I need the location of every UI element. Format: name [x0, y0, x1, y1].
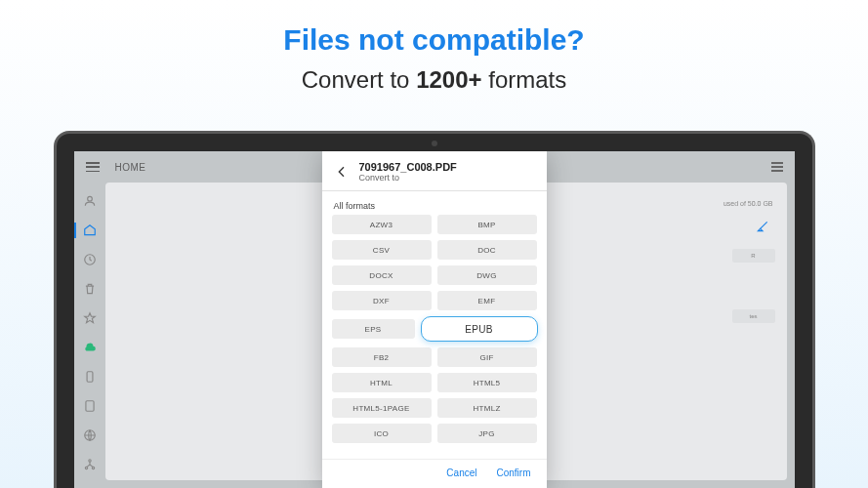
format-chip[interactable]: HTMLZ [437, 398, 537, 418]
headline-title: Files not compatible? [0, 23, 868, 57]
modal-filename: 7091967_C008.PDF [359, 161, 457, 173]
format-chip[interactable]: HTML [332, 373, 432, 392]
format-chip[interactable]: DWG [437, 265, 537, 285]
confirm-button[interactable]: Confirm [496, 468, 530, 478]
format-chip[interactable]: EPS [332, 319, 415, 339]
format-chip[interactable]: EMF [437, 291, 537, 310]
format-chip[interactable]: HTML5 [437, 373, 537, 392]
format-chip[interactable]: HTML5-1PAGE [332, 398, 432, 418]
format-grid: AZW3BMPCSVDOCDOCXDWGDXFEMFEPSEPUBFB2GIFH… [322, 215, 547, 459]
all-formats-label: All formats [322, 193, 547, 215]
format-chip[interactable]: FB2 [332, 347, 432, 367]
laptop-mockup: HOME [54, 131, 815, 488]
format-chip[interactable]: DXF [332, 291, 432, 310]
cancel-button[interactable]: Cancel [446, 468, 476, 478]
camera-dot [432, 141, 437, 146]
convert-modal: 7091967_C008.PDF Convert to All formats … [322, 151, 547, 488]
format-chip[interactable]: BMP [437, 215, 537, 234]
format-chip[interactable]: EPUB [421, 316, 538, 342]
format-chip[interactable]: ICO [332, 424, 432, 443]
format-chip[interactable]: DOCX [332, 265, 432, 285]
modal-subtitle: Convert to [359, 173, 457, 183]
format-chip[interactable]: JPG [437, 424, 537, 443]
format-chip[interactable]: GIF [437, 347, 537, 367]
marketing-headline: Files not compatible? Convert to 1200+ f… [0, 0, 868, 94]
headline-subtitle: Convert to 1200+ formats [0, 66, 868, 94]
format-chip[interactable]: AZW3 [332, 215, 432, 234]
format-chip[interactable]: DOC [437, 240, 537, 260]
format-chip[interactable]: CSV [332, 240, 432, 260]
back-arrow-icon[interactable] [334, 164, 350, 180]
